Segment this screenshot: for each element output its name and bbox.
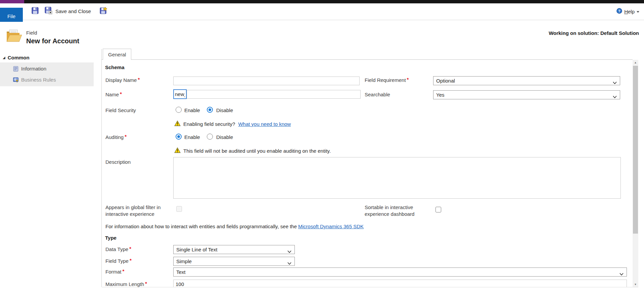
ribbon-toolbar: File Save and Close — [0, 3, 644, 20]
field-security-help-link[interactable]: What you need to know — [238, 121, 291, 127]
auditing-disable-label: Disable — [216, 134, 233, 140]
tab-general-label: General — [108, 52, 126, 57]
required-marker: * — [130, 257, 132, 263]
format-label: Format* — [105, 269, 124, 275]
record-type-label: Field — [26, 30, 37, 36]
maximum-length-label: Maximum Length* — [105, 281, 147, 287]
file-button[interactable]: File — [0, 8, 23, 22]
chevron-down-icon — [619, 271, 624, 277]
chevron-down-icon — [637, 11, 639, 13]
save-and-close-icon — [45, 7, 52, 16]
display-name-label: Display Name* — [105, 77, 140, 83]
solution-note: Working on solution: Default Solution — [549, 30, 639, 36]
maximum-length-input[interactable] — [173, 280, 627, 287]
field-requirement-value: Optional — [436, 78, 455, 84]
data-type-label: Data Type* — [105, 246, 131, 252]
chevron-down-icon — [287, 260, 291, 266]
searchable-select[interactable]: Yes — [433, 90, 620, 99]
field-security-disable-label: Disable — [216, 107, 233, 113]
field-requirement-select[interactable]: Optional — [433, 76, 620, 85]
vertical-scrollbar[interactable]: ▲ ▼ — [633, 60, 638, 287]
field-type-value: Simple — [176, 258, 192, 264]
data-type-value: Single Line of Text — [176, 247, 217, 252]
sidebar-items-panel: Information Business Rules — [0, 62, 94, 86]
sortable-checkbox[interactable] — [435, 207, 441, 212]
type-section-heading: Type — [105, 235, 117, 241]
tab-general[interactable]: General — [103, 49, 131, 60]
sidebar-item-label: Business Rules — [21, 77, 56, 83]
sidebar-group-label: Common — [8, 55, 30, 60]
field-security-warning: Enabling field security? What you need t… — [183, 121, 291, 127]
name-label: Name* — [105, 92, 122, 97]
business-rules-icon — [13, 77, 19, 83]
page-title: New for Account — [26, 37, 79, 45]
sdk-info-line: For information about how to interact wi… — [105, 224, 364, 229]
description-textarea[interactable] — [173, 157, 621, 199]
global-filter-label: Appears in global filter in interactive … — [105, 204, 160, 217]
field-requirement-label: Field Requirement* — [365, 77, 409, 83]
searchable-label: Searchable — [365, 92, 390, 97]
save-and-close-label: Save and Close — [55, 8, 91, 14]
content-bottom-border — [102, 287, 638, 287]
window-top-strip — [0, 0, 644, 3]
schema-section-heading: Schema — [105, 64, 125, 70]
help-button[interactable]: ? Help — [616, 8, 639, 15]
help-label: Help — [624, 9, 635, 14]
field-security-enable-label: Enable — [184, 107, 200, 113]
global-filter-checkbox — [176, 206, 182, 212]
display-name-input[interactable] — [173, 77, 360, 85]
top-strip-accent — [0, 0, 24, 3]
auditing-enable-label: Enable — [184, 134, 200, 140]
required-marker: * — [145, 281, 147, 286]
description-label: Description — [105, 159, 131, 165]
data-type-select[interactable]: Single Line of Text — [173, 245, 295, 254]
required-marker: * — [125, 134, 127, 139]
sdk-link[interactable]: Microsoft Dynamics 365 SDK — [298, 224, 364, 229]
auditing-disable-radio[interactable] — [207, 134, 213, 140]
required-marker: * — [129, 246, 131, 251]
svg-text:?: ? — [618, 9, 620, 13]
format-select[interactable]: Text — [173, 268, 627, 277]
chevron-down-icon — [613, 94, 617, 100]
chevron-down-icon — [287, 248, 291, 254]
chevron-down-icon — [613, 80, 617, 86]
field-type-label: Field Type* — [105, 258, 132, 264]
sidebar-group-common[interactable]: ◢ Common — [3, 55, 30, 60]
scroll-up-button[interactable]: ▲ — [633, 60, 638, 65]
entity-folder-icon — [5, 28, 22, 45]
searchable-value: Yes — [436, 92, 444, 98]
required-marker: * — [120, 91, 122, 97]
name-prefix-input[interactable] — [173, 89, 187, 99]
sidebar-item-label: Information — [21, 66, 46, 71]
auditing-enable-radio[interactable] — [176, 134, 182, 140]
sidebar-item-information[interactable]: Information — [0, 63, 94, 74]
general-tab-content: Schema Display Name* Field Requirement* … — [102, 60, 633, 287]
required-marker: * — [407, 77, 409, 82]
format-value: Text — [176, 269, 186, 275]
field-security-label: Field Security — [105, 107, 136, 113]
file-button-label: File — [7, 13, 15, 19]
field-security-disable-radio[interactable] — [207, 107, 213, 113]
sidebar-item-business-rules[interactable]: Business Rules — [0, 74, 94, 85]
information-icon — [13, 66, 19, 72]
scrollbar-thumb[interactable] — [633, 66, 638, 234]
tree-expander-icon: ◢ — [3, 56, 5, 59]
help-icon: ? — [616, 8, 622, 15]
save-and-close-button[interactable]: Save and Close — [45, 7, 91, 15]
field-security-enable-radio[interactable] — [176, 107, 182, 113]
save-and-new-button[interactable] — [99, 7, 107, 15]
required-marker: * — [123, 268, 125, 274]
scroll-down-button[interactable]: ▼ — [633, 282, 638, 287]
warning-icon — [174, 120, 181, 128]
name-input[interactable] — [187, 90, 361, 99]
warning-icon — [174, 147, 181, 154]
field-type-select[interactable]: Simple — [173, 257, 295, 266]
save-button[interactable] — [31, 7, 39, 15]
auditing-warning: This field will not be audited until you… — [183, 148, 331, 154]
auditing-label: Auditing* — [105, 134, 127, 140]
required-marker: * — [138, 77, 140, 82]
sortable-label: Sortable in interactive experience dashb… — [365, 204, 414, 217]
save-and-new-icon — [100, 7, 107, 16]
save-icon — [31, 7, 39, 16]
